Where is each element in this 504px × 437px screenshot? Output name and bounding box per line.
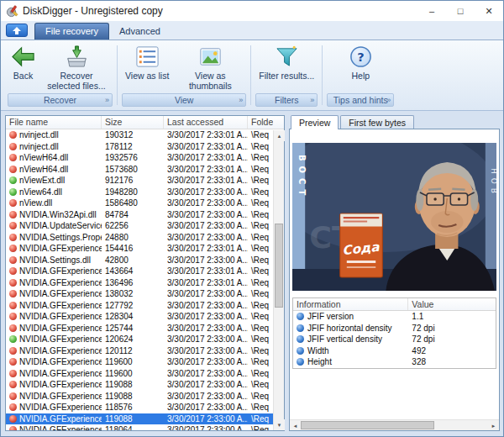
file-folder-cell: \Req	[248, 392, 273, 401]
table-row[interactable]: NVIDIA.Settings.dll428003/30/2017 2:33:0…	[6, 255, 273, 266]
group-view-label: View	[175, 95, 194, 105]
info-value: 492	[408, 346, 496, 355]
info-bullet-icon	[297, 313, 304, 320]
file-name-text: NVIDIA.GFExperience.Re...	[19, 414, 102, 424]
ribbon-group-label-tips: Tips and hints »	[327, 93, 394, 107]
scroll-down-icon[interactable]: ▼	[274, 419, 285, 430]
table-row[interactable]: NVIDIA.GFExperience.Re...1180643/30/2017…	[6, 424, 273, 430]
maximize-button[interactable]: □	[446, 1, 475, 21]
view-as-thumbnails-label: View as thumbnails	[177, 71, 243, 91]
title-bar[interactable]: DiskDigger - Unregistered copy – □ ✕	[1, 1, 503, 21]
help-button[interactable]: ? Help	[344, 43, 377, 81]
dll-file-icon	[9, 403, 17, 411]
table-row[interactable]: nViewH64.dll15736803/30/2017 2:33:01 A..…	[6, 164, 273, 176]
info-value: 72 dpi	[408, 324, 496, 333]
file-accessed-cell: 3/30/2017 2:33:00 A...	[164, 324, 248, 333]
column-header-size[interactable]: Size	[102, 116, 164, 129]
table-row[interactable]: NVIDIA.GFExperience.Re...1380323/30/2017…	[6, 288, 273, 300]
file-name-cell: NVIDIA.GFExperience.Re...	[6, 324, 102, 333]
file-name-text: NVIDIA.GFExperience.Re...	[19, 403, 102, 412]
table-row[interactable]: NVIDIA.GFExperience.Re...1190883/30/2017…	[6, 391, 273, 403]
file-accessed-cell: 3/30/2017 2:33:00 A...	[164, 255, 248, 265]
table-row[interactable]: NVIDIA.GFExperience.Re...1196003/30/2017…	[6, 368, 273, 380]
table-row[interactable]: NVIDIA.GFExperience.Re...1196003/30/2017…	[6, 356, 273, 368]
preview-horizontal-scrollbar[interactable]: ◄ ►	[290, 419, 499, 430]
table-row[interactable]: NVIDIA.GFExperience.Re...1185763/30/2017…	[6, 402, 273, 413]
table-row[interactable]: NVIDIA.GFExperience.Re...1277923/30/2017…	[6, 300, 273, 312]
table-row[interactable]: NVIDIA.GFExperience.Re...1190883/30/2017…	[6, 379, 273, 391]
minimize-button[interactable]: –	[417, 1, 446, 21]
file-name-cell: nvinject.dll	[6, 130, 102, 140]
file-name-text: nView64.dll	[19, 187, 62, 197]
file-list-scrollbar[interactable]: ▲ ▼	[273, 130, 284, 430]
table-row[interactable]: NVIDIA.GFExperience.Re...1436643/30/2017…	[6, 266, 273, 277]
view-as-thumbnails-button[interactable]: View as thumbnails	[173, 43, 247, 91]
table-row[interactable]: NVIDIA.Win32Api.dll847843/30/2017 2:33:0…	[6, 209, 273, 221]
file-accessed-cell: 3/30/2017 2:33:00 A...	[164, 414, 248, 424]
ribbon-separator	[250, 45, 251, 105]
file-size-cell: 119088	[102, 414, 164, 424]
info-row: JFIF vertical density72 dpi	[293, 334, 496, 345]
ribbon-group-label-filters: Filters »	[255, 93, 318, 107]
recover-selected-files-button[interactable]: Recover selected files...	[39, 43, 113, 91]
file-name-cell: NVIDIA.Settings.dll	[6, 255, 102, 265]
maximize-icon: □	[458, 6, 464, 16]
table-row[interactable]: NVIDIA.GFExperience.Re...1257443/30/2017…	[6, 323, 273, 334]
file-name-text: NVIDIA.Settings.dll	[19, 255, 91, 265]
column-header-folder[interactable]: Folder	[248, 116, 273, 129]
tab-preview[interactable]: Preview	[291, 115, 339, 129]
view-as-list-button[interactable]: View as list	[121, 43, 173, 81]
back-button[interactable]: Back	[7, 43, 39, 81]
scroll-left-icon[interactable]: ◄	[290, 420, 301, 431]
app-menu-button[interactable]	[6, 24, 28, 37]
table-row[interactable]: nvinject.dll1781123/30/2017 2:33:01 A...…	[6, 141, 273, 153]
file-size-cell: 190312	[102, 130, 164, 140]
info-bullet-icon	[297, 358, 304, 366]
info-row: JFIF version1.1	[293, 311, 496, 323]
column-header-last-accessed[interactable]: Last accessed	[164, 116, 248, 129]
table-row[interactable]: NVIDIA.GFExperience.Re...1364963/30/2017…	[6, 277, 273, 289]
file-name-cell: NVIDIA.GFExperience.Re...	[6, 346, 102, 355]
file-size-cell: 118064	[102, 425, 164, 430]
tab-file-recovery[interactable]: File recovery	[34, 23, 109, 39]
dll-file-icon	[9, 415, 17, 423]
table-row[interactable]: nView.dll15864803/30/2017 2:33:00 A...\R…	[6, 197, 273, 209]
table-row[interactable]: nViewExt.dll9121763/30/2017 2:33:01 A...…	[6, 175, 273, 187]
table-row[interactable]: NVIDIA.GFExperience.Re...1201123/30/2017…	[6, 345, 273, 357]
file-name-cell: NVIDIA.GFExperience.Re...	[6, 334, 102, 344]
dll-file-icon	[9, 256, 17, 264]
table-row[interactable]: NVIDIA.Settings.Properti...248803/30/201…	[6, 232, 273, 244]
tab-first-few-bytes[interactable]: First few bytes	[340, 115, 414, 129]
ribbon-group-label-view: View »	[122, 93, 246, 107]
file-accessed-cell: 3/30/2017 2:33:00 A...	[164, 289, 248, 298]
ribbon-group-filters: Filter results... Filters »	[253, 43, 320, 110]
table-row[interactable]: NVIDIA.GFExperience.Re...1283043/30/2017…	[6, 311, 273, 323]
file-rows: nvinject.dll1903123/30/2017 2:33:01 A...…	[6, 129, 273, 430]
scroll-right-icon[interactable]: ►	[488, 420, 499, 431]
file-name-cell: NVIDIA.GFExperience.Re...	[6, 380, 102, 389]
filter-results-button[interactable]: Filter results...	[255, 43, 318, 81]
column-header-file-name[interactable]: File name	[6, 116, 102, 129]
preview-tabs: Preview First few bytes	[289, 115, 500, 129]
table-row[interactable]: nvinject.dll1903123/30/2017 2:33:01 A...…	[6, 129, 273, 141]
file-size-cell: 912176	[102, 176, 164, 185]
table-row[interactable]: NVIDIA.GFExperience.Re...1206243/30/2017…	[6, 334, 273, 345]
group-chevron-icon: »	[105, 96, 109, 104]
scrollbar-thumb[interactable]	[301, 421, 434, 429]
close-button[interactable]: ✕	[475, 1, 503, 21]
preview-image-area: СТ ВОСТ НОВ Сода	[292, 143, 496, 291]
preview-body: СТ ВОСТ НОВ Сода	[289, 129, 500, 431]
dll-file-icon	[9, 154, 17, 161]
file-folder-cell: \Req	[248, 142, 273, 151]
table-row[interactable]: NVIDIA.UpdateService.dll622563/30/2017 2…	[6, 220, 273, 232]
scroll-up-icon[interactable]: ▲	[274, 130, 285, 141]
scrollbar-thumb[interactable]	[275, 224, 283, 308]
group-chevron-icon: »	[386, 96, 391, 104]
table-row[interactable]: nView64.dll19482803/30/2017 2:33:00 A...…	[6, 187, 273, 198]
table-row[interactable]: NVIDIA.GFExperience.Re...1544163/30/2017…	[6, 243, 273, 255]
file-name-text: NVIDIA.GFExperience.Re...	[19, 289, 102, 298]
table-row[interactable]: nViewH64.dll19325763/30/2017 2:33:01 A..…	[6, 152, 273, 164]
tab-advanced[interactable]: Advanced	[109, 24, 171, 39]
minimize-icon: –	[429, 6, 434, 16]
table-row[interactable]: NVIDIA.GFExperience.Re...1190883/30/2017…	[6, 413, 273, 425]
